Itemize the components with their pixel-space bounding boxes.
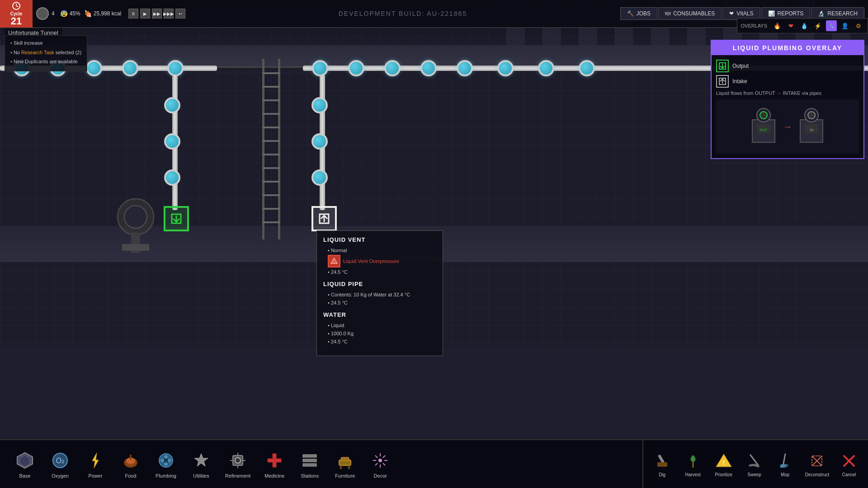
utilities-icon (190, 450, 212, 471)
svg-rect-43 (303, 459, 316, 462)
deconstruct-icon (807, 451, 826, 470)
sweep-label: Sweep (747, 472, 761, 477)
svg-point-33 (168, 459, 171, 462)
oxygen-label: Oxygen (52, 473, 69, 479)
legend-intake: Intake (716, 75, 859, 88)
sweep-icon (745, 451, 764, 470)
calories-stat: 🍖 25,998 kcal (84, 10, 121, 17)
notification-2: • No Research Task selected (2) (10, 49, 81, 56)
notification-1: • Skill increase (10, 39, 81, 47)
overlay-btn-2[interactable]: ❤ (785, 20, 796, 31)
svg-line-57 (375, 463, 377, 465)
legend-output: Output (716, 60, 859, 72)
jobs-button[interactable]: 🔨 JOBS (620, 7, 657, 20)
research-label: RESEARCH (827, 10, 858, 17)
svg-point-12 (760, 112, 767, 119)
svg-point-30 (164, 455, 168, 459)
faster-play-btn[interactable]: ▶▶▶ (164, 9, 174, 19)
consumables-button[interactable]: 🍽 CONSUMABLES (658, 7, 722, 20)
consumables-label: CONSUMABLES (673, 10, 715, 17)
diagram-arrow: → (783, 122, 792, 132)
legend-intake-icon (716, 75, 729, 88)
power-icon (85, 450, 106, 471)
liquid-plumbing-overlay-panel: LIQUID PLUMBING OVERLAY Output Intake Li… (711, 40, 864, 159)
tooltip-water-title: WATER (323, 311, 436, 318)
food-icon (120, 450, 142, 471)
hud-duplicants: 4 (36, 7, 55, 20)
refinement-icon (227, 450, 249, 471)
svg-text:IN: IN (810, 128, 813, 132)
toolbar-stations[interactable]: Stations (294, 447, 326, 481)
dupe-count: 4 (52, 10, 55, 17)
stress-icon: 😰 (60, 10, 68, 17)
tool-sweep[interactable]: Sweep (740, 449, 769, 480)
overpressure-label: Liquid Vent Overpressure (343, 258, 399, 264)
toolbar-plumbing[interactable]: Plumbing (150, 447, 182, 481)
pipe-intake-icon[interactable] (311, 206, 337, 231)
overlay-btn-4[interactable]: ⚡ (812, 20, 823, 31)
furniture-label: Furniture (335, 473, 355, 479)
svg-rect-48 (348, 465, 350, 469)
flow-description: Liquid flows from OUTPUT → INTAKE via pi… (716, 90, 859, 96)
pipe-output-icon[interactable] (164, 206, 189, 231)
oxygen-icon: O₂ (49, 450, 71, 471)
tooltip-bullet-temp-vent: 24.5 °C (323, 268, 436, 277)
svg-line-56 (383, 455, 385, 458)
research-icon: 🔬 (818, 10, 825, 17)
notification-research-link[interactable]: Research Task (21, 50, 54, 55)
medicine-icon (264, 450, 285, 471)
furniture-icon (334, 450, 356, 471)
toolbar-oxygen[interactable]: O₂ Oxygen (44, 447, 76, 481)
toolbar-refinement[interactable]: Refinement (221, 447, 255, 481)
cancel-label: Cancel (842, 472, 856, 477)
toolbar-furniture[interactable]: Furniture (329, 447, 361, 481)
toolbar-food[interactable]: Food (115, 447, 146, 481)
consumables-icon: 🍽 (665, 10, 670, 17)
cancel-icon (840, 451, 859, 470)
tool-mop[interactable]: Mop (771, 449, 800, 480)
rewind-btn[interactable]: ↩ (175, 9, 185, 19)
toolbar-medicine[interactable]: Medicine (259, 447, 290, 481)
tool-harvest[interactable]: Harvest (679, 449, 708, 480)
calories-value: 25,998 kcal (94, 10, 121, 17)
tooltip-bullet-mass: 1000.0 Kg (323, 330, 436, 338)
fast-play-btn[interactable]: ▶▶ (152, 9, 162, 19)
power-label: Power (88, 473, 102, 479)
diagram-machine-left: OUT (748, 106, 779, 147)
reports-label: REPORTS (778, 10, 804, 17)
right-toolbar: Dig Harvest ! Prioritize Sweep (642, 439, 868, 488)
svg-rect-58 (658, 454, 665, 463)
tooltip-water-section: Liquid 1000.0 Kg 24.5 °C (323, 322, 436, 346)
pause-btn[interactable]: ⏸ (128, 9, 138, 19)
overlay-btn-6[interactable]: 👤 (840, 20, 850, 31)
legend-output-icon (716, 60, 729, 72)
svg-point-31 (164, 462, 168, 466)
tool-prioritize[interactable]: ! Prioritize (709, 449, 738, 480)
svg-point-17 (808, 112, 815, 119)
tool-cancel[interactable]: Cancel (835, 449, 863, 480)
overlays-bar: OVERLAYS 🔥 ❤ 💧 ⚡ 🔧 👤 ⚙ (737, 18, 868, 33)
toolbar-base[interactable]: Base (9, 447, 41, 481)
svg-rect-44 (303, 464, 316, 466)
tool-dig[interactable]: Dig (648, 449, 677, 480)
notification-skill: Skill increase (14, 40, 43, 46)
toolbar-decor[interactable]: Decor (364, 447, 396, 481)
toolbar-power[interactable]: Power (80, 447, 111, 481)
tool-deconstruct[interactable]: Deconstruct (802, 449, 833, 480)
refinement-label: Refinement (225, 473, 250, 479)
pipe-node-left-2 (164, 133, 180, 150)
svg-rect-41 (268, 459, 281, 462)
svg-point-49 (378, 459, 382, 462)
tooltip-liquid-vent-title: LIQUID VENT (323, 236, 436, 243)
toolbar-utilities[interactable]: Utilities (185, 447, 217, 481)
overlay-btn-7[interactable]: ⚙ (853, 20, 864, 31)
decor-icon (369, 450, 391, 471)
play-btn[interactable]: ▶ (140, 9, 150, 19)
overlay-btn-3[interactable]: 💧 (799, 20, 810, 31)
overlay-btn-pipe[interactable]: 🔧 (826, 20, 837, 31)
harvest-icon (684, 451, 703, 470)
mop-icon (776, 451, 795, 470)
svg-rect-46 (341, 457, 349, 461)
overlay-btn-1[interactable]: 🔥 (772, 20, 783, 31)
food-label: Food (125, 473, 136, 479)
